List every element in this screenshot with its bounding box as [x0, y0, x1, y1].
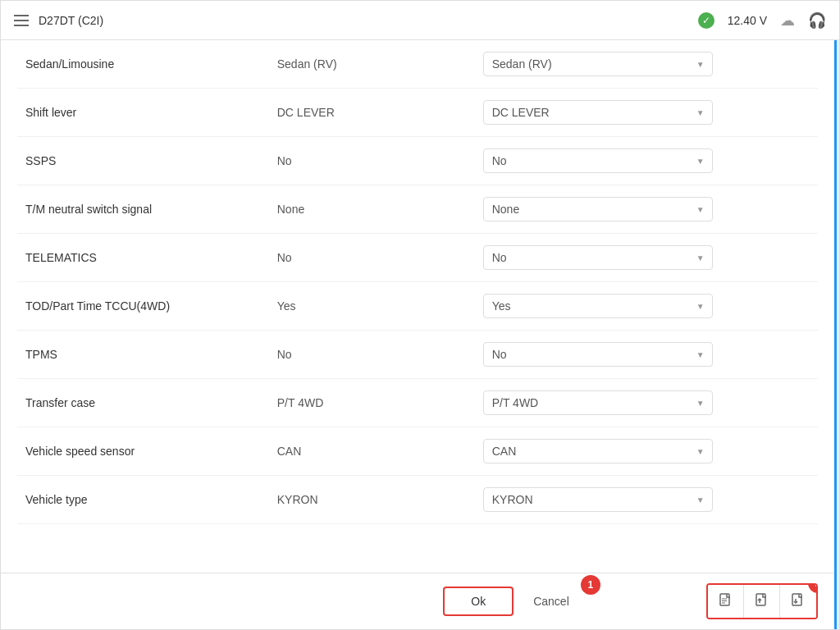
- row-select[interactable]: Sedan (RV)Other: [483, 52, 713, 76]
- row-select[interactable]: NoYes: [483, 245, 713, 270]
- row-value: None: [269, 185, 475, 234]
- svg-rect-6: [792, 594, 801, 605]
- config-table-container: Sedan/LimousineSedan (RV)Sedan (RV)Other…: [1, 40, 834, 573]
- row-value: CAN: [269, 427, 475, 476]
- row-select[interactable]: NoYes: [483, 148, 713, 173]
- titlebar-left: D27DT (C2I): [14, 14, 103, 27]
- row-label: Shift lever: [17, 89, 269, 137]
- voltage-display: 12.40 V: [728, 14, 767, 27]
- row-label: Sedan/Limousine: [17, 40, 269, 89]
- cancel-button[interactable]: Cancel: [514, 588, 589, 614]
- row-select[interactable]: CANOther: [483, 439, 713, 463]
- row-select-cell: NoYes▼: [475, 331, 818, 379]
- row-value: Yes: [269, 282, 475, 331]
- table-row: SSPSNoNoYes▼: [17, 137, 818, 185]
- row-select[interactable]: YesNo: [483, 294, 713, 318]
- row-select-cell: Sedan (RV)Other▼: [475, 40, 818, 89]
- actions-row: 1 Ok Cancel 2: [17, 583, 818, 619]
- row-label: TELEMATICS: [17, 234, 269, 282]
- row-value: No: [269, 234, 475, 282]
- check-icon: ✓: [698, 12, 714, 29]
- row-value: No: [269, 331, 475, 379]
- row-select-cell: NoneYesNo▼: [475, 185, 818, 234]
- titlebar: D27DT (C2I) ✓ 12.40 V ☁ 🎧: [1, 1, 839, 40]
- menu-icon[interactable]: [14, 15, 29, 26]
- row-select-cell: KYRONOther▼: [475, 476, 818, 524]
- table-row: Transfer caseP/T 4WDP/T 4WDOther▼: [17, 379, 818, 427]
- ok-button[interactable]: Ok: [443, 587, 514, 616]
- config-table: Sedan/LimousineSedan (RV)Sedan (RV)Other…: [17, 40, 818, 524]
- row-select[interactable]: DC LEVEROther: [483, 100, 713, 125]
- doc-new-button[interactable]: [708, 585, 744, 618]
- titlebar-right: ✓ 12.40 V ☁ 🎧: [698, 11, 826, 30]
- table-row: Sedan/LimousineSedan (RV)Sedan (RV)Other…: [17, 40, 818, 89]
- bottom-section: 1 Ok Cancel 2: [1, 573, 834, 629]
- table-row: Vehicle speed sensorCANCANOther▼: [17, 427, 818, 476]
- status-indicator: ✓: [698, 12, 714, 29]
- row-value: No: [269, 137, 475, 185]
- table-row: T/M neutral switch signalNoneNoneYesNo▼: [17, 185, 818, 234]
- row-label: TOD/Part Time TCCU(4WD): [17, 282, 269, 331]
- table-row: Shift leverDC LEVERDC LEVEROther▼: [17, 89, 818, 137]
- row-value: DC LEVER: [269, 89, 475, 137]
- table-row: TOD/Part Time TCCU(4WD)YesYesNo▼: [17, 282, 818, 331]
- doc-buttons-group: 2: [706, 583, 818, 619]
- row-select[interactable]: NoYes: [483, 342, 713, 367]
- row-select[interactable]: NoneYesNo: [483, 197, 713, 221]
- main-content: Sedan/LimousineSedan (RV)Sedan (RV)Other…: [1, 40, 839, 629]
- table-row: TPMSNoNoYes▼: [17, 331, 818, 379]
- row-select-cell: NoYes▼: [475, 137, 818, 185]
- ok-cancel-group: 1 Ok Cancel: [443, 587, 588, 616]
- row-label: SSPS: [17, 137, 269, 185]
- row-select[interactable]: KYRONOther: [483, 487, 713, 512]
- row-select[interactable]: P/T 4WDOther: [483, 390, 713, 415]
- row-select-cell: P/T 4WDOther▼: [475, 379, 818, 427]
- cloud-icon[interactable]: ☁: [780, 11, 795, 30]
- app-title: D27DT (C2I): [39, 14, 103, 27]
- row-label: T/M neutral switch signal: [17, 185, 269, 234]
- table-row: TELEMATICSNoNoYes▼: [17, 234, 818, 282]
- badge-1: 1: [581, 575, 600, 595]
- doc-export-button[interactable]: [744, 585, 780, 618]
- headset-icon[interactable]: 🎧: [808, 11, 826, 30]
- row-label: Vehicle speed sensor: [17, 427, 269, 476]
- row-select-cell: YesNo▼: [475, 282, 818, 331]
- table-row: Vehicle typeKYRONKYRONOther▼: [17, 476, 818, 524]
- row-select-cell: DC LEVEROther▼: [475, 89, 818, 137]
- row-select-cell: NoYes▼: [475, 234, 818, 282]
- row-value: P/T 4WD: [269, 379, 475, 427]
- right-border: [834, 40, 839, 629]
- row-label: TPMS: [17, 331, 269, 379]
- row-label: Vehicle type: [17, 476, 269, 524]
- row-value: Sedan (RV): [269, 40, 475, 89]
- row-value: KYRON: [269, 476, 475, 524]
- svg-rect-0: [720, 594, 729, 605]
- row-label: Transfer case: [17, 379, 269, 427]
- row-select-cell: CANOther▼: [475, 427, 818, 476]
